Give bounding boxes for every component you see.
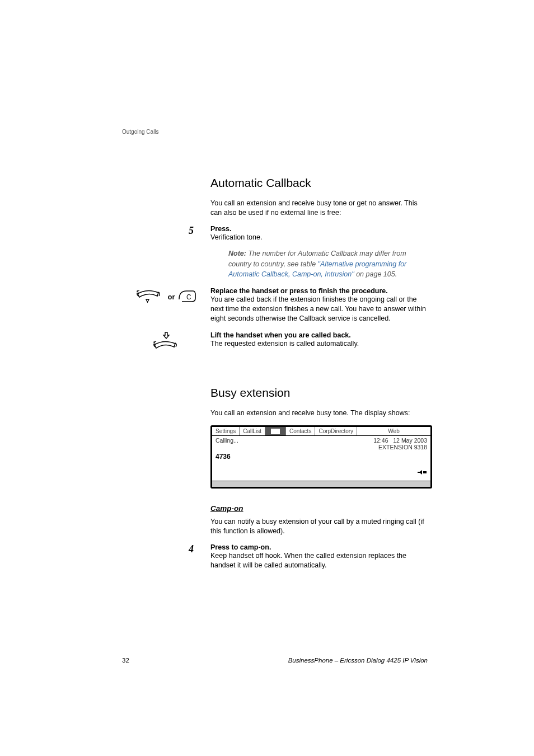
display-date: 12 May 2003 [393, 437, 427, 444]
display-tabs: Settings CallList Contacts CorpDirectory… [212, 427, 430, 436]
display-number: 4736 [216, 453, 427, 461]
note-body-2: on page 105. [354, 270, 397, 278]
clear-key-icon: C [177, 288, 196, 307]
tab-web: Web [357, 427, 430, 435]
display-extension: EXTENSION 9318 [216, 444, 427, 450]
replace-handset-desc: You are called back if the extension fin… [210, 295, 428, 323]
footer-title: BusinessPhone – Ericsson Dialog 4425 IP … [288, 657, 428, 664]
note-prefix: Note: [228, 250, 246, 257]
step-4-number: 4 [189, 543, 194, 555]
busy-extension-heading: Busy extension [210, 386, 428, 400]
or-label: or [168, 293, 175, 301]
lift-handset-desc: The requested extension is called automa… [210, 339, 428, 349]
handset-down-icon [136, 287, 165, 306]
step-5-label: Press. [210, 225, 428, 233]
keyboard-icon [271, 429, 280, 434]
display-calling: Calling... [216, 437, 238, 444]
busy-intro-text: You call an extension and receive busy t… [210, 408, 428, 418]
intro-text: You call an extension and receive busy t… [210, 199, 428, 218]
page-number: 32 [122, 657, 129, 664]
lift-handset-label: Lift the handset when you are called bac… [210, 331, 428, 339]
svg-rect-1 [423, 471, 427, 473]
replace-handset-label: Replace the handset or press to finish t… [210, 287, 428, 295]
volume-icon [417, 467, 427, 477]
step-5-desc: Verification tone. [210, 233, 428, 242]
tab-settings: Settings [212, 427, 240, 435]
handset-lift-icon [152, 331, 181, 353]
tab-contacts: Contacts [286, 427, 315, 435]
tab-active [265, 427, 286, 435]
display-bottom-bar [212, 481, 430, 487]
tab-corpdirectory: CorpDirectory [315, 427, 357, 435]
phone-display: Settings CallList Contacts CorpDirectory… [210, 425, 432, 489]
tab-calllist: CallList [240, 427, 265, 435]
automatic-callback-heading: Automatic Callback [210, 176, 428, 190]
camp-on-desc: You can notify a busy extension of your … [210, 517, 428, 536]
step-4-desc: Keep handset off hook. When the called e… [210, 551, 428, 570]
svg-text:C: C [186, 293, 191, 301]
display-time: 12:46 [373, 437, 388, 444]
section-header: Outgoing Calls [122, 129, 159, 135]
camp-on-heading: Camp-on [210, 504, 428, 513]
step-5-number: 5 [189, 225, 194, 236]
step-4-label: Press to camp-on. [210, 543, 428, 551]
